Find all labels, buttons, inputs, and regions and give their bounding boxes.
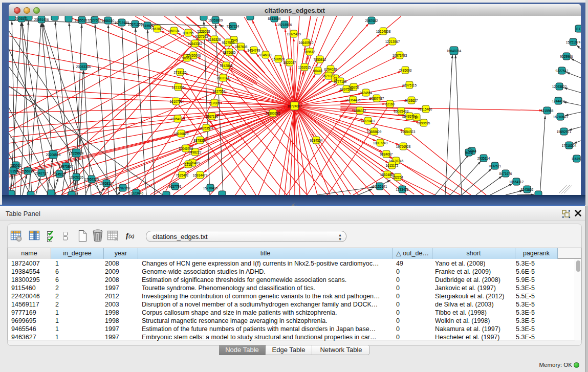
svg-text:11353594: 11353594	[199, 126, 213, 130]
svg-text:16914479: 16914479	[193, 173, 208, 177]
svg-text:5226058: 5226058	[198, 30, 210, 33]
svg-text:5822037: 5822037	[284, 61, 296, 64]
svg-text:1156819: 1156819	[21, 169, 34, 173]
svg-text:1588520: 1588520	[272, 57, 285, 61]
svg-text:9498222: 9498222	[189, 150, 202, 154]
svg-text:7955812: 7955812	[314, 58, 326, 61]
svg-text:39159: 39159	[9, 169, 18, 173]
svg-text:9146821: 9146821	[259, 53, 272, 57]
svg-text:16120746: 16120746	[389, 159, 404, 163]
svg-text:9245652: 9245652	[521, 188, 534, 191]
svg-text:10688609: 10688609	[367, 130, 382, 134]
svg-text:16640910: 16640910	[299, 41, 314, 45]
svg-text:7986322: 7986322	[354, 109, 366, 113]
svg-text:7663822: 7663822	[151, 27, 164, 31]
svg-text:20053346: 20053346	[76, 65, 91, 69]
svg-text:9884067: 9884067	[380, 152, 393, 156]
svg-text:19166829: 19166829	[174, 132, 189, 136]
svg-text:9327505: 9327505	[222, 41, 235, 45]
svg-text:16210643: 16210643	[553, 115, 568, 119]
svg-text:1244419: 1244419	[552, 99, 565, 103]
svg-text:19756928: 19756928	[396, 145, 411, 148]
svg-text:16136141: 16136141	[373, 185, 387, 188]
svg-text:9657791: 9657791	[169, 185, 182, 188]
svg-text:1216: 1216	[185, 163, 192, 166]
svg-text:10671355: 10671355	[128, 23, 143, 26]
svg-text:9529966: 9529966	[560, 55, 573, 58]
svg-text:1733426: 1733426	[396, 188, 409, 191]
svg-text:3624554: 3624554	[360, 91, 373, 95]
svg-text:19218506: 19218506	[277, 23, 292, 27]
svg-text:2005571: 2005571	[15, 17, 28, 20]
svg-text:62160: 62160	[385, 102, 395, 106]
svg-text:891295: 891295	[183, 31, 194, 35]
svg-text:9463627: 9463627	[405, 99, 418, 102]
svg-text:6497568: 6497568	[340, 87, 353, 91]
svg-text:18807249: 18807249	[373, 141, 388, 145]
svg-text:8186328: 8186328	[208, 38, 221, 41]
svg-text:960124: 960124	[168, 29, 180, 33]
svg-text:1221336: 1221336	[172, 85, 185, 89]
svg-text:8454749: 8454749	[248, 49, 260, 52]
svg-text:2087682: 2087682	[365, 19, 378, 23]
svg-text:10046796: 10046796	[179, 147, 193, 150]
svg-text:84: 84	[415, 116, 419, 119]
svg-text:3875685: 3875685	[223, 51, 236, 54]
svg-text:7485003: 7485003	[399, 69, 412, 72]
svg-text:12213967: 12213967	[385, 40, 400, 43]
svg-text:8267130: 8267130	[206, 115, 219, 118]
svg-text:18300295: 18300295	[266, 112, 280, 115]
svg-text:16648784: 16648784	[447, 49, 462, 53]
svg-text:19654923: 19654923	[401, 130, 416, 134]
svg-text:11325419: 11325419	[287, 32, 301, 36]
svg-text:7632621: 7632621	[489, 164, 502, 168]
svg-text:1362615: 1362615	[298, 65, 311, 69]
svg-text:2935114: 2935114	[477, 157, 490, 160]
svg-text:15692971: 15692971	[557, 130, 572, 134]
svg-text:169612: 169612	[304, 50, 315, 54]
svg-text:16782759: 16782759	[116, 186, 130, 190]
svg-text:114519: 114519	[54, 172, 65, 176]
svg-text:98962: 98962	[182, 56, 191, 60]
svg-text:16543382: 16543382	[188, 42, 203, 46]
svg-text:17957225: 17957225	[84, 178, 99, 181]
svg-text:7357224: 7357224	[227, 25, 239, 28]
svg-text:90448: 90448	[313, 69, 322, 73]
svg-text:9777169: 9777169	[334, 80, 347, 83]
svg-text:17016504: 17016504	[562, 144, 577, 147]
svg-text:7625402: 7625402	[176, 173, 189, 177]
svg-text:116753: 116753	[572, 157, 581, 161]
svg-text:1527602: 1527602	[89, 18, 101, 22]
svg-text:6466160: 6466160	[102, 19, 115, 23]
svg-text:0899695: 0899695	[418, 121, 430, 125]
svg-text:10719185: 10719185	[115, 21, 129, 25]
svg-text:10807487: 10807487	[369, 97, 384, 100]
svg-text:12093822: 12093822	[552, 85, 567, 89]
svg-text:1615172: 1615172	[386, 164, 399, 167]
svg-text:10973493: 10973493	[393, 54, 407, 57]
svg-text:9227542: 9227542	[556, 69, 569, 73]
svg-text:15718485: 15718485	[203, 186, 218, 190]
svg-text:252254: 252254	[392, 176, 403, 179]
svg-text:20206518: 20206518	[46, 153, 61, 157]
svg-text:16154808: 16154808	[376, 30, 391, 33]
svg-text:9327503: 9327503	[195, 35, 208, 38]
svg-text:9427552: 9427552	[213, 90, 226, 93]
svg-text:2942737: 2942737	[35, 171, 48, 175]
svg-text:1117: 1117	[575, 27, 581, 31]
svg-text:12905135: 12905135	[69, 176, 84, 179]
svg-text:10025433: 10025433	[394, 110, 409, 113]
svg-text:16053809: 16053809	[208, 18, 223, 22]
svg-text:9284554: 9284554	[310, 139, 323, 142]
svg-text:535061: 535061	[10, 164, 21, 167]
svg-text:9115460: 9115460	[420, 107, 432, 111]
svg-text:12975115: 12975115	[402, 83, 417, 87]
svg-text:8813054: 8813054	[268, 17, 281, 20]
svg-text:2803144: 2803144	[217, 76, 230, 80]
svg-text:20691406: 20691406	[34, 18, 49, 21]
svg-text:10958107: 10958107	[99, 182, 114, 185]
svg-text:1610755: 1610755	[170, 100, 183, 103]
svg-text:20364436: 20364436	[346, 98, 361, 102]
svg-text:10654112: 10654112	[509, 180, 524, 184]
svg-text:217006: 217006	[209, 101, 220, 105]
